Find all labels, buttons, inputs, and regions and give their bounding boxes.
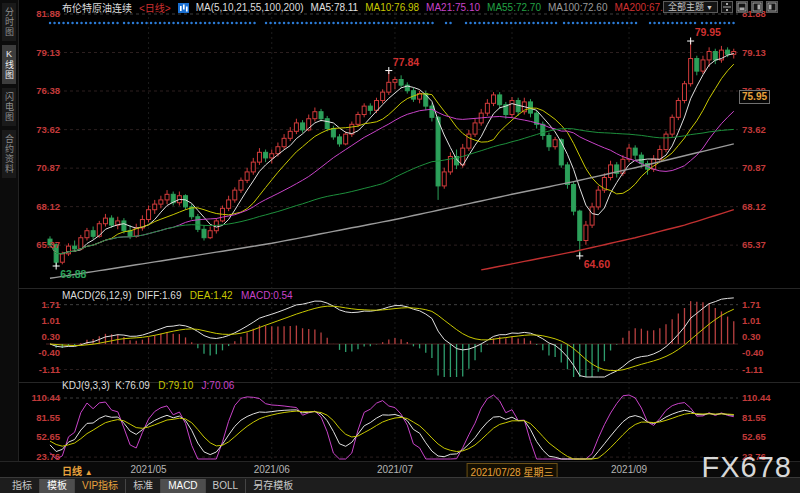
macd-dea-value: DEA:1.42 — [190, 290, 233, 301]
crosshair-price-label: 75.95 — [739, 90, 770, 104]
svg-text:-0.40: -0.40 — [742, 347, 764, 358]
svg-text:1.71: 1.71 — [742, 299, 761, 310]
ma-value-4: MA100:72.60 — [548, 2, 608, 13]
sidebar-tab-3[interactable]: 合约资料 — [2, 130, 16, 178]
svg-text:70.87: 70.87 — [36, 162, 60, 173]
svg-text:0.30: 0.30 — [742, 331, 761, 342]
ma-value-2: MA21:75.10 — [426, 2, 480, 13]
period-label: 日线 — [62, 466, 82, 477]
svg-text:68.12: 68.12 — [742, 201, 766, 212]
kdj-panel — [50, 395, 734, 459]
triangle-up-icon: ▲ — [85, 468, 93, 477]
toolbar-item-0[interactable]: 指标 — [5, 479, 39, 493]
svg-text:73.62: 73.62 — [36, 124, 60, 135]
layout-left-icon[interactable] — [766, 1, 778, 13]
svg-text:81.55: 81.55 — [36, 412, 60, 423]
macd-title: MACD(26,12,9) — [62, 290, 131, 301]
chevron-down-icon: ▼ — [706, 2, 713, 13]
svg-text:110.44: 110.44 — [742, 392, 771, 403]
svg-text:52.65: 52.65 — [742, 431, 766, 442]
trading-chart-app: 63.8877.8464.6079.9581.8879.1376.3873.62… — [0, 0, 800, 493]
split-view-icon[interactable] — [721, 1, 733, 13]
ma-lines-layer — [50, 54, 734, 279]
svg-text:1.01: 1.01 — [42, 315, 61, 326]
left-sidebar: 分时图K线图闪电图合约资料 — [0, 0, 19, 461]
svg-text:76.38: 76.38 — [36, 85, 60, 96]
svg-text:70.87: 70.87 — [742, 162, 766, 173]
ma-value-1: MA10:76.98 — [365, 2, 419, 13]
svg-text:65.37: 65.37 — [742, 239, 766, 250]
date-tick-0: 2021/05 — [130, 464, 166, 475]
toolbar-item-1[interactable]: 模板 — [39, 479, 74, 493]
svg-text:81.55: 81.55 — [742, 412, 766, 423]
macd-macd-value: MACD:0.54 — [241, 290, 293, 301]
svg-text:68.12: 68.12 — [36, 201, 60, 212]
svg-text:81.88: 81.88 — [36, 8, 60, 19]
ma-value-0: MA5:78.11 — [311, 2, 359, 13]
macd-panel — [50, 298, 734, 377]
svg-text:64.60: 64.60 — [584, 258, 610, 270]
ma-value-3: MA55:72.70 — [487, 2, 541, 13]
svg-text:65.37: 65.37 — [36, 239, 60, 250]
date-tick-2: 2021/07 — [377, 464, 413, 475]
ma-values: MA5:78.11MA10:76.98MA21:75.10MA55:72.70M… — [311, 2, 674, 13]
sidebar-tab-1[interactable]: K线图 — [2, 45, 16, 84]
svg-text:79.95: 79.95 — [695, 26, 721, 38]
ma-params-label: MA(5,10,21,55,100,200) — [196, 2, 304, 13]
chart-header: 布伦特原油连续<日线> MA(5,10,21,55,100,200) MA5:7… — [62, 1, 674, 14]
svg-text:79.13: 79.13 — [36, 47, 60, 58]
layout-bottom-icon[interactable] — [736, 1, 748, 13]
period-tag: <日线> — [139, 0, 171, 15]
svg-text:79.13: 79.13 — [742, 47, 766, 58]
date-tick-1: 2021/06 — [254, 464, 290, 475]
svg-text:1.71: 1.71 — [42, 299, 61, 310]
svg-text:23.76: 23.76 — [36, 451, 60, 461]
main-candlestick-chart — [48, 41, 736, 266]
toolbar-item-6[interactable]: 另存模板 — [245, 479, 300, 493]
annotations-layer: 63.8877.8464.6079.95 — [53, 26, 721, 280]
svg-text:52.65: 52.65 — [36, 431, 60, 442]
kdj-title: KDJ(9,3,3) — [62, 380, 110, 391]
period-selector[interactable]: 日线 ▲ — [62, 463, 93, 478]
toolbar-item-3[interactable]: 标准 — [125, 479, 160, 493]
sidebar-tab-0[interactable]: 分时图 — [2, 3, 16, 41]
theme-selector-button[interactable]: 全部主题 ▼ — [663, 1, 718, 13]
svg-text:-1.11: -1.11 — [742, 364, 764, 375]
date-axis-row: 日线 ▲ 2021/052021/062021/072021/07/28 星期三… — [0, 461, 800, 478]
fx678-watermark: FX678 — [702, 451, 792, 484]
kdj-k-value: K:76.09 — [115, 380, 149, 391]
svg-text:1.01: 1.01 — [742, 315, 761, 326]
svg-text:-0.40: -0.40 — [38, 347, 60, 358]
kdj-d-value: D:79.10 — [158, 380, 193, 391]
kline-chart-icon — [178, 3, 189, 13]
layout-right-icon[interactable] — [751, 1, 763, 13]
sidebar-tab-2[interactable]: 闪电图 — [2, 88, 16, 126]
svg-text:63.88: 63.88 — [60, 268, 86, 280]
header-controls: 全部主题 ▼ — [663, 1, 778, 13]
svg-text:110.44: 110.44 — [31, 392, 60, 403]
svg-text:77.84: 77.84 — [393, 56, 419, 68]
svg-text:-1.11: -1.11 — [39, 364, 61, 375]
toolbar-item-5[interactable]: BOLL — [205, 479, 246, 493]
toolbar-item-4[interactable]: MACD — [160, 479, 204, 493]
macd-diff-value: DIFF:1.69 — [137, 290, 181, 301]
chart-canvas[interactable]: 63.8877.8464.6079.9581.8879.1376.3873.62… — [0, 0, 800, 461]
kdj-j-value: J:70.06 — [202, 380, 235, 391]
date-tick-4: 2021/09 — [611, 464, 647, 475]
macd-panel-header: MACD(26,12,9) DIFF:1.69 DEA:1.42 MACD:0.… — [62, 290, 293, 301]
symbol-title: 布伦特原油连续 — [62, 0, 132, 15]
svg-text:73.62: 73.62 — [742, 124, 766, 135]
svg-text:0.30: 0.30 — [42, 331, 61, 342]
bottom-toolbar: 指标模板VIP指标标准MACDBOLL另存模板 — [0, 477, 800, 493]
toolbar-item-2[interactable]: VIP指标 — [74, 479, 125, 493]
kdj-panel-header: KDJ(9,3,3) K:76.09 D:79.10 J:70.06 — [62, 380, 234, 391]
theme-selector-label: 全部主题 — [668, 2, 704, 13]
